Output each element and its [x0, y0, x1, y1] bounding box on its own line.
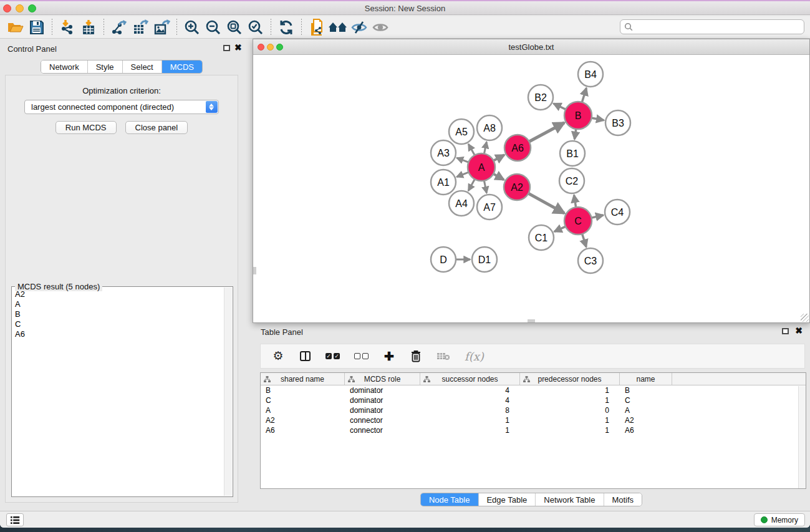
- graph-edge-C-C1[interactable]: [554, 226, 567, 231]
- deselect-all-button[interactable]: [354, 349, 369, 364]
- open-folder-icon: [7, 20, 24, 35]
- graph-edge-A-A7[interactable]: [484, 180, 486, 193]
- graph-edge-A-A1[interactable]: [456, 172, 470, 177]
- canvas-horizontal-scrollbar[interactable]: [528, 319, 535, 322]
- function-builder-button[interactable]: f(x): [465, 349, 484, 364]
- clear-table-button[interactable]: [436, 349, 450, 364]
- select-all-button[interactable]: ✓✓: [325, 349, 340, 364]
- tab-style[interactable]: Style: [88, 60, 123, 73]
- network-window-title: testGlobe.txt: [253, 42, 809, 52]
- column-header-shared-name[interactable]: shared name: [261, 373, 345, 385]
- cell-shared-name: B: [261, 385, 345, 395]
- mcds-result-item[interactable]: B: [15, 309, 223, 319]
- float-panel-icon[interactable]: [223, 45, 230, 51]
- graph-node-label-C4: C4: [611, 207, 624, 218]
- column-header-predecessor-nodes[interactable]: predecessor nodes: [520, 373, 620, 385]
- network-window-titlebar[interactable]: testGlobe.txt: [253, 39, 809, 55]
- cell-shared-name: A: [261, 405, 345, 415]
- titlebar: Session: New Session: [0, 0, 810, 15]
- table-tab-node-table[interactable]: Node Table: [421, 493, 479, 506]
- cell-shared-name: A6: [261, 425, 345, 435]
- export-table-button[interactable]: [130, 18, 151, 37]
- export-image-button[interactable]: [151, 18, 172, 37]
- zoom-selected-button[interactable]: [245, 18, 266, 37]
- gear-icon: ⚙: [272, 350, 283, 362]
- export-network-icon: [111, 19, 127, 36]
- column-header-MCDS-role[interactable]: MCDS role: [345, 373, 420, 385]
- import-table-button[interactable]: [78, 18, 99, 37]
- apply-layout-button[interactable]: [276, 18, 297, 37]
- cell-name: A2: [620, 415, 672, 425]
- graph-edge-A-A4[interactable]: [468, 178, 475, 191]
- network-canvas[interactable]: AA6A2BCA1A3A4A5A7A8B1B2B3B4C1C2C3C4DD1: [253, 55, 809, 322]
- graph-node-label-B: B: [575, 110, 582, 121]
- zoom-in-button[interactable]: [181, 18, 203, 37]
- close-panel-button[interactable]: Close panel: [125, 121, 188, 134]
- cell-MCDS-role: connector: [345, 425, 420, 435]
- window-resize-grip[interactable]: [801, 314, 809, 322]
- tab-mcds[interactable]: MCDS: [162, 60, 202, 73]
- table-panel: Table Panel ✖ ⚙ ✓✓ ✚ f(x) shared nameMCD…: [253, 323, 810, 511]
- graph-edge-B-B4[interactable]: [582, 88, 587, 104]
- mcds-result-item[interactable]: A6: [15, 329, 223, 339]
- graph-edge-A-A6[interactable]: [493, 155, 504, 161]
- search-input[interactable]: [620, 19, 804, 34]
- table-row[interactable]: A2connector11A2: [261, 415, 806, 425]
- graph-edge-B-B3[interactable]: [591, 118, 604, 120]
- tab-network[interactable]: Network: [41, 60, 88, 73]
- table-tab-network-table[interactable]: Network Table: [536, 493, 604, 506]
- network-from-selection-button[interactable]: [306, 18, 327, 37]
- mcds-result-item[interactable]: A2: [15, 289, 223, 299]
- table-settings-button[interactable]: ⚙: [272, 349, 284, 364]
- graph-edge-A-A5[interactable]: [468, 144, 475, 157]
- save-session-button[interactable]: [26, 18, 47, 37]
- import-network-icon: [59, 19, 75, 36]
- show-panels-button[interactable]: [6, 513, 24, 526]
- close-table-panel-icon[interactable]: ✖: [795, 326, 803, 336]
- optimization-criterion-dropdown[interactable]: largest connected component (directed): [24, 100, 219, 114]
- graph-node-label-C2: C2: [566, 176, 579, 186]
- run-mcds-button[interactable]: Run MCDS: [55, 121, 117, 134]
- graph-edge-C-C2[interactable]: [574, 195, 576, 209]
- float-table-panel-icon[interactable]: [782, 328, 789, 334]
- graph-edge-A2-C[interactable]: [528, 193, 564, 213]
- graph-edge-C-C3[interactable]: [582, 233, 586, 247]
- table-scrollbar[interactable]: [798, 386, 806, 488]
- mcds-result-item[interactable]: A: [15, 299, 223, 309]
- cell-successor-nodes: 1: [420, 415, 520, 425]
- zoom-fit-button[interactable]: [224, 18, 245, 37]
- close-panel-icon[interactable]: ✖: [234, 42, 242, 52]
- tab-select[interactable]: Select: [123, 60, 162, 73]
- graph-edge-B-B2[interactable]: [554, 104, 567, 110]
- column-header-successor-nodes[interactable]: successor nodes: [420, 373, 520, 385]
- add-column-button[interactable]: ✚: [383, 349, 395, 364]
- first-neighbors-button[interactable]: [327, 18, 349, 37]
- split-view-button[interactable]: [299, 349, 311, 364]
- table-tab-motifs[interactable]: Motifs: [604, 493, 642, 506]
- memory-button[interactable]: Memory: [754, 513, 805, 526]
- show-eye-icon: [372, 20, 389, 35]
- table-row[interactable]: Bdominator41B: [261, 385, 806, 395]
- hide-selection-button[interactable]: [349, 18, 370, 37]
- cell-successor-nodes: 1: [420, 425, 520, 435]
- result-scrollbar[interactable]: [224, 288, 232, 496]
- open-session-button[interactable]: [5, 18, 26, 37]
- graph-edge-A-A3[interactable]: [457, 158, 470, 163]
- table-row[interactable]: Adominator80A: [261, 405, 806, 415]
- zoom-out-button[interactable]: [203, 18, 224, 37]
- export-network-button[interactable]: [108, 18, 130, 37]
- column-header-name[interactable]: name: [620, 373, 672, 385]
- column-header-label: predecessor nodes: [538, 375, 601, 384]
- canvas-vertical-scrollbar[interactable]: [253, 267, 256, 274]
- show-all-button[interactable]: [370, 18, 391, 37]
- table-row[interactable]: Cdominator41C: [261, 395, 806, 405]
- graph-edge-A6-B[interactable]: [528, 123, 564, 142]
- delete-column-button[interactable]: [410, 349, 422, 364]
- graph-node-label-C: C: [574, 216, 582, 226]
- table-tab-edge-table[interactable]: Edge Table: [478, 493, 536, 506]
- mcds-result-item[interactable]: C: [15, 319, 223, 329]
- toolbar-separator: [52, 19, 52, 36]
- clear-table-icon: [436, 352, 450, 360]
- import-network-button[interactable]: [57, 18, 78, 37]
- table-row[interactable]: A6connector11A6: [261, 425, 806, 435]
